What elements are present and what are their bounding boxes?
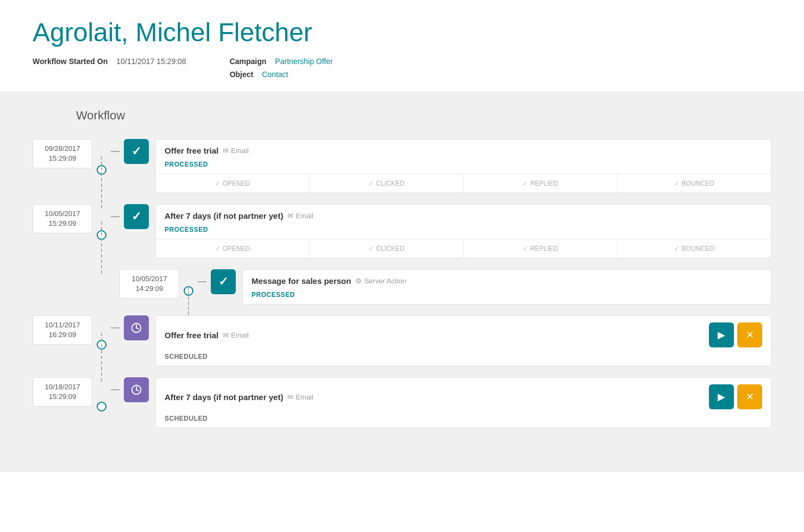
item-type-item4: ✉ Email [223,331,249,339]
workflow-started-row: Workflow Started On 10/11/2017 15:29:08 [33,57,186,66]
timeline-connector-item1 [92,139,111,193]
item-type-item2: ✉ Email [287,212,313,220]
arrow-connector-item2 [111,216,120,217]
item-card-item5: After 7 days (if not partner yet)✉ Email… [155,377,771,428]
workflow-section: Workflow 09/28/201715:29:09✓Offer free t… [0,92,804,472]
workflow-started-label: Workflow Started On [33,57,108,66]
arrow-connector-item5 [111,389,120,390]
type-icon-item5: ✉ [287,393,293,401]
item-icon-item5 [124,377,149,402]
item-card-item3: Message for sales person⚙ Server ActionP… [242,269,771,305]
timeline-connector-item4 [92,315,111,366]
play-button-item5[interactable]: ▶ [709,384,734,409]
item-icon-item2: ✓ [124,204,149,229]
tag-check-icon: ✓ [674,245,680,252]
type-icon-item3: ⚙ [355,277,362,285]
item-status-item1: PROCESSED [156,161,771,174]
tag-check-icon: ✓ [674,180,680,187]
workflow-item-item4: 10/11/201716:29:09 Offer free trial✉ Ema… [33,315,771,366]
item-name-item4: Offer free trial [165,331,218,340]
item-icon-item4 [124,315,149,340]
timeline-date-item1: 09/28/201715:29:09 [33,139,92,168]
item-type-item1: ✉ Email [223,147,249,155]
tag-check-icon: ✓ [215,180,221,187]
tag-clicked-item2: ✓ CLICKED [310,239,463,258]
item-name-item3: Message for sales person [252,276,351,286]
item-icon-item1: ✓ [124,139,149,164]
workflow-section-title: Workflow [76,109,771,123]
type-icon-item4: ✉ [223,331,229,339]
item-actions-item5: ▶✕ [709,384,762,409]
arrow-connector-item1 [111,151,120,152]
page-title: Agrolait, Michel Fletcher [33,17,771,47]
timeline-date-item4: 10/11/201716:29:09 [33,315,92,345]
item-type-item5: ✉ Email [287,393,313,401]
type-icon-item1: ✉ [223,147,229,155]
meta-row: Workflow Started On 10/11/2017 15:29:08 … [33,57,771,79]
item-actions-item4: ▶✕ [709,322,762,347]
workflow-item-item1: 09/28/201715:29:09✓Offer free trial✉ Ema… [33,139,771,193]
arrow-connector-item3 [198,281,206,282]
page-header: Agrolait, Michel Fletcher Workflow Start… [0,0,804,92]
tag-clicked-item1: ✓ CLICKED [310,174,463,193]
object-value[interactable]: Contact [262,70,288,79]
timeline-circle-item5 [97,402,106,411]
item-card-item4: Offer free trial✉ Email▶✕SCHEDULED [155,315,771,366]
cancel-button-item5[interactable]: ✕ [737,384,762,409]
campaign-row: Campaign Partnership Offer [230,57,333,66]
cancel-button-item4[interactable]: ✕ [737,322,762,347]
item-status-item5: SCHEDULED [156,415,771,428]
item-tags-item1: ✓ OPENED✓ CLICKED✓ REPLIED✓ BOUNCED [156,174,771,193]
workflow-started-value: 10/11/2017 15:29:08 [116,57,186,66]
item-icon-item3: ✓ [211,269,236,294]
timeline-date-item5: 10/18/201715:29:09 [33,377,92,407]
timeline-connector-item3 [179,269,198,305]
vertical-line-item1 [101,156,102,208]
tag-check-icon: ✓ [368,180,374,187]
object-label: Object [230,70,254,79]
tag-bounced-item2: ✓ BOUNCED [618,239,771,258]
workflow-items-list: 09/28/201715:29:09✓Offer free trial✉ Ema… [33,139,771,439]
item-card-item2: After 7 days (if not partner yet)✉ Email… [155,204,771,258]
type-icon-item2: ✉ [287,212,293,220]
campaign-value[interactable]: Partnership Offer [275,57,332,66]
timeline-date-item3: 10/05/201714:29:09 [120,269,179,299]
timeline-connector-item2 [92,204,111,258]
vertical-line-item3 [188,287,189,320]
tag-check-icon: ✓ [215,245,221,252]
tag-check-icon: ✓ [368,245,374,252]
timeline-connector-item5 [92,377,111,428]
play-button-item4[interactable]: ▶ [709,322,734,347]
item-card-item1: Offer free trial✉ EmailPROCESSED✓ OPENED… [155,139,771,193]
vertical-line-item2 [101,221,102,274]
tag-check-icon: ✓ [523,245,528,252]
item-name-item5: After 7 days (if not partner yet) [165,392,283,402]
campaign-object-block: Campaign Partnership Offer Object Contac… [230,57,333,79]
campaign-label: Campaign [230,57,267,66]
item-status-item4: SCHEDULED [156,353,771,366]
tag-replied-item2: ✓ REPLIED [464,239,618,258]
workflow-item-item2: 10/05/201715:29:09✓After 7 days (if not … [33,204,771,258]
item-type-item3: ⚙ Server Action [355,277,406,285]
item-status-item2: PROCESSED [156,226,771,239]
item-status-item3: PROCESSED [243,291,771,304]
timeline-date-item2: 10/05/201715:29:09 [33,204,92,233]
tag-check-icon: ✓ [523,180,528,187]
vertical-line-item4 [101,333,102,382]
object-row: Object Contact [230,70,333,79]
item-tags-item2: ✓ OPENED✓ CLICKED✓ REPLIED✓ BOUNCED [156,239,771,258]
workflow-item-item5: 10/18/201715:29:09 After 7 days (if not … [33,377,771,428]
arrow-connector-item4 [111,327,120,328]
workflow-item-item3: 10/05/201714:29:09✓Message for sales per… [120,269,771,305]
tag-replied-item1: ✓ REPLIED [464,174,618,193]
tag-opened-item1: ✓ OPENED [156,174,310,193]
item-name-item2: After 7 days (if not partner yet) [165,211,283,220]
item-name-item1: Offer free trial [165,146,218,155]
tag-bounced-item1: ✓ BOUNCED [618,174,771,193]
tag-opened-item2: ✓ OPENED [156,239,310,258]
